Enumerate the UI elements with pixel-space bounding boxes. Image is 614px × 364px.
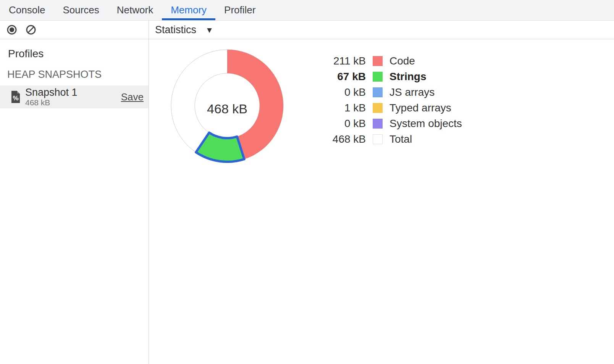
- heap-snapshot-file-icon: %: [11, 90, 21, 103]
- clear-icon: [26, 24, 36, 35]
- legend-value: 67 kB: [322, 71, 366, 83]
- donut-center-total-label: 468 kB: [207, 101, 247, 116]
- legend-label: Strings: [389, 71, 426, 83]
- sidebar-title: Profiles: [8, 48, 149, 60]
- percent-glyph: %: [13, 95, 18, 102]
- memory-toolbar: Statistics ▼: [0, 21, 614, 39]
- legend-row-typed-arrays[interactable]: 1 kBTyped arrays: [322, 100, 462, 116]
- heap-statistics-donut-chart: 468 kB: [166, 45, 288, 167]
- content-area: Profiles HEAP SNAPSHOTS % Snapshot 1 468…: [0, 39, 614, 364]
- statistics-view: 468 kB 211 kBCode67 kBStrings0 kBJS arra…: [149, 39, 614, 364]
- tab-sources[interactable]: Sources: [54, 0, 108, 20]
- legend-swatch-strings: [373, 72, 383, 82]
- legend-swatch-system-objects: [373, 119, 383, 129]
- record-heap-snapshot-button[interactable]: [6, 24, 17, 35]
- legend-row-total[interactable]: 468 kBTotal: [322, 131, 462, 147]
- chart-legend: 211 kBCode67 kBStrings0 kBJS arrays1 kBT…: [322, 53, 462, 147]
- snapshot-name: Snapshot 1: [25, 87, 78, 98]
- legend-value: 0 kB: [322, 86, 366, 98]
- legend-row-strings[interactable]: 67 kBStrings: [322, 69, 462, 84]
- record-icon: [6, 24, 17, 35]
- tab-label: Sources: [63, 4, 99, 16]
- tab-label: Memory: [171, 4, 207, 16]
- legend-row-system-objects[interactable]: 0 kBSystem objects: [322, 116, 462, 131]
- profiles-sidebar: Profiles HEAP SNAPSHOTS % Snapshot 1 468…: [0, 39, 149, 364]
- toolbar-left: [0, 21, 149, 39]
- chevron-down-icon: ▼: [205, 26, 213, 34]
- legend-swatch-js-arrays: [373, 87, 383, 97]
- clear-profiles-button[interactable]: [26, 24, 36, 35]
- legend-value: 1 kB: [322, 102, 366, 114]
- legend-label: System objects: [389, 118, 462, 130]
- tab-memory[interactable]: Memory: [162, 0, 215, 20]
- legend-swatch-typed-arrays: [373, 103, 383, 113]
- legend-label: Total: [389, 133, 412, 145]
- heap-snapshots-section-header: HEAP SNAPSHOTS: [7, 68, 149, 81]
- tab-console[interactable]: Console: [0, 0, 54, 20]
- panel-tabbar: Console Sources Network Memory Profiler: [0, 0, 614, 21]
- perspective-select-value: Statistics: [155, 24, 196, 36]
- legend-value: 211 kB: [322, 55, 366, 67]
- save-snapshot-link[interactable]: Save: [121, 91, 144, 103]
- legend-label: Code: [389, 55, 415, 67]
- legend-row-js-arrays[interactable]: 0 kBJS arrays: [322, 84, 462, 100]
- snapshot-texts: Snapshot 1 468 kB: [25, 87, 78, 107]
- tab-profiler[interactable]: Profiler: [215, 0, 264, 20]
- snapshot-list-item[interactable]: % Snapshot 1 468 kB Save: [0, 85, 149, 108]
- devtools-window: Console Sources Network Memory Profiler: [0, 0, 614, 364]
- donut-svg: 468 kB: [166, 45, 288, 167]
- legend-row-code[interactable]: 211 kBCode: [322, 53, 462, 69]
- legend-swatch-total: [373, 134, 383, 144]
- legend-label: JS arrays: [389, 86, 435, 98]
- tab-network[interactable]: Network: [108, 0, 162, 20]
- tab-label: Console: [9, 4, 45, 16]
- tab-label: Profiler: [224, 4, 255, 16]
- snapshot-size: 468 kB: [25, 98, 78, 107]
- toolbar-right: Statistics ▼: [149, 21, 213, 39]
- legend-swatch-code: [373, 56, 383, 66]
- legend-label: Typed arrays: [389, 102, 451, 114]
- legend-value: 0 kB: [322, 118, 366, 130]
- legend-value: 468 kB: [322, 133, 366, 145]
- perspective-select[interactable]: Statistics ▼: [155, 24, 213, 36]
- tab-label: Network: [117, 4, 153, 16]
